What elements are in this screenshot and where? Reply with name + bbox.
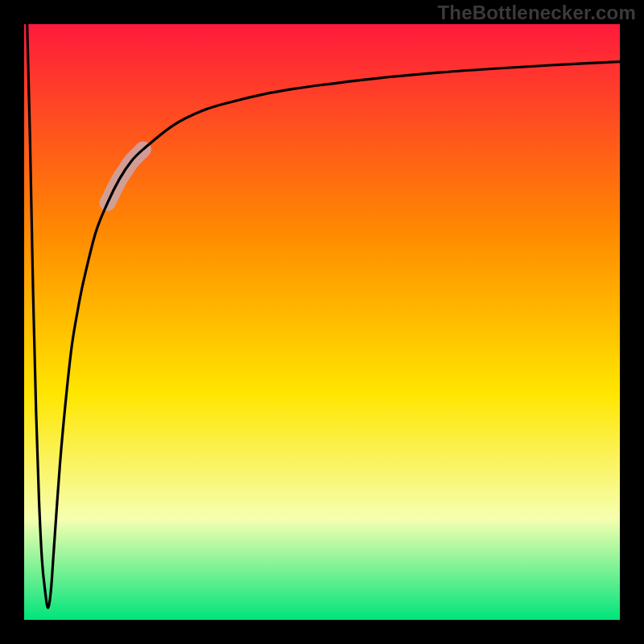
plot-background	[24, 24, 620, 620]
chart-stage: TheBottlenecker.com	[0, 0, 644, 644]
bottleneck-chart	[0, 0, 644, 644]
